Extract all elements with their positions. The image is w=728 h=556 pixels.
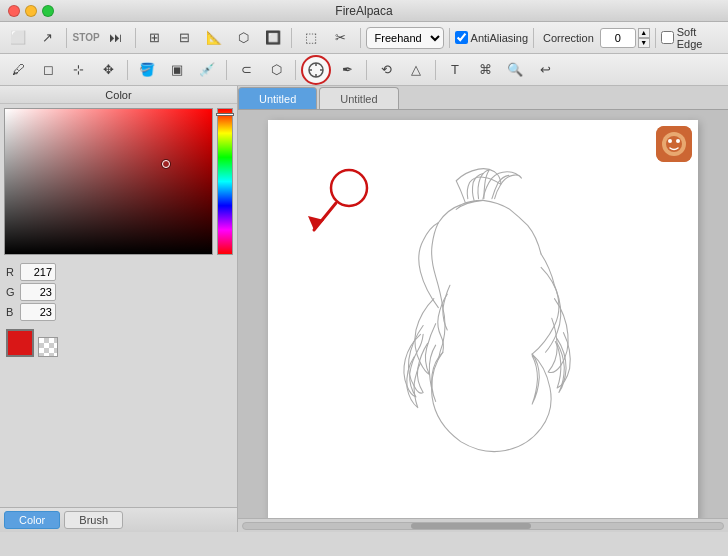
stop-button[interactable]: STOP bbox=[72, 25, 100, 51]
b-label: B bbox=[6, 306, 16, 318]
correction-down[interactable]: ▼ bbox=[638, 38, 650, 48]
color-gradient-picker[interactable] bbox=[4, 108, 213, 255]
app-title: FireAlpaca bbox=[335, 4, 392, 18]
r-label: R bbox=[6, 266, 16, 278]
eyedropper-tool[interactable]: 💉 bbox=[193, 57, 221, 83]
correction-label: Correction bbox=[543, 32, 594, 44]
sep6 bbox=[533, 28, 534, 48]
r-input[interactable]: 217 bbox=[20, 263, 56, 281]
color-sliders: R 217 G 23 B 23 bbox=[0, 259, 237, 325]
green-row: G 23 bbox=[6, 283, 231, 301]
brush-tab-button[interactable]: Brush bbox=[64, 511, 123, 529]
softedge-label: Soft Edge bbox=[677, 26, 724, 50]
canvas-drawing bbox=[268, 120, 698, 522]
hue-slider[interactable] bbox=[217, 108, 233, 255]
brush-tool[interactable]: 🖊 bbox=[4, 57, 32, 83]
sep2 bbox=[135, 28, 136, 48]
tb2-sep2 bbox=[226, 60, 227, 80]
main-area: Color R 217 G 23 B 23 bbox=[0, 86, 728, 532]
color-panel-title: Color bbox=[0, 86, 237, 104]
snap-button[interactable]: 🔲 bbox=[259, 25, 287, 51]
correction-input[interactable] bbox=[600, 28, 636, 48]
text-tool[interactable]: T bbox=[441, 57, 469, 83]
canvas-scroll-area[interactable] bbox=[238, 110, 728, 532]
maximize-button[interactable] bbox=[42, 5, 54, 17]
blue-row: B 23 bbox=[6, 303, 231, 321]
panel-spacer bbox=[0, 361, 237, 508]
sep4 bbox=[360, 28, 361, 48]
shape-tool[interactable]: △ bbox=[402, 57, 430, 83]
tb2-sep3 bbox=[295, 60, 296, 80]
vector-tool[interactable]: ⟲ bbox=[372, 57, 400, 83]
scrollbar-area bbox=[238, 518, 728, 532]
antialiasing-label: AntiAliasing bbox=[471, 32, 528, 44]
tb2-sep1 bbox=[127, 60, 128, 80]
sep3 bbox=[291, 28, 292, 48]
scrollbar-thumb[interactable] bbox=[411, 523, 531, 529]
tb2-sep4 bbox=[366, 60, 367, 80]
canvas-area: Untitled Untitled bbox=[238, 86, 728, 532]
red-row: R 217 bbox=[6, 263, 231, 281]
color-tab-button[interactable]: Color bbox=[4, 511, 60, 529]
open-button[interactable]: ↗ bbox=[34, 25, 62, 51]
tab-bar: Untitled Untitled bbox=[238, 86, 728, 110]
antialiasing-area: AntiAliasing bbox=[455, 31, 528, 44]
sep1 bbox=[66, 28, 67, 48]
canvas bbox=[268, 120, 698, 522]
toolbar2: 🖊 ◻ ⊹ ✥ 🪣 ▣ 💉 ⊂ ⬡ ✒ ⟲ △ T ⌘ 🔍 ↩ bbox=[0, 54, 728, 86]
hand-tool[interactable]: ↩ bbox=[531, 57, 559, 83]
softedge-area: Soft Edge bbox=[661, 26, 724, 50]
select-button[interactable]: ⬚ bbox=[297, 25, 325, 51]
color-area bbox=[0, 104, 237, 259]
sep5 bbox=[449, 28, 450, 48]
stabilizer-tool[interactable] bbox=[301, 55, 331, 85]
correction-spinner: ▲ ▼ bbox=[638, 28, 650, 48]
frame-button[interactable]: ⬡ bbox=[229, 25, 257, 51]
sep7 bbox=[655, 28, 656, 48]
toolbar1: ⬜ ↗ STOP ⏭ ⊞ ⊟ 📐 ⬡ 🔲 ⬚ ✂ Freehand AntiAl… bbox=[0, 22, 728, 54]
primary-color-swatch[interactable] bbox=[6, 329, 34, 357]
transform-button[interactable]: ✂ bbox=[327, 25, 355, 51]
select-tool[interactable]: ⊹ bbox=[64, 57, 92, 83]
eraser-tool[interactable]: ◻ bbox=[34, 57, 62, 83]
magic-select-tool[interactable]: ⬡ bbox=[262, 57, 290, 83]
pen-tool[interactable]: ✒ bbox=[333, 57, 361, 83]
stabilizer-icon bbox=[307, 61, 325, 79]
tab-untitled-1[interactable]: Untitled bbox=[238, 87, 317, 109]
antialiasing-checkbox[interactable] bbox=[455, 31, 468, 44]
secondary-color-swatch[interactable] bbox=[38, 337, 58, 357]
titlebar: FireAlpaca bbox=[0, 0, 728, 22]
tab-untitled-2[interactable]: Untitled bbox=[319, 87, 398, 109]
new-button[interactable]: ⬜ bbox=[4, 25, 32, 51]
grid-button[interactable]: ⊞ bbox=[141, 25, 169, 51]
correction-up[interactable]: ▲ bbox=[638, 28, 650, 38]
minimize-button[interactable] bbox=[25, 5, 37, 17]
hue-cursor bbox=[216, 113, 234, 116]
skip-button[interactable]: ⏭ bbox=[102, 25, 130, 51]
g-label: G bbox=[6, 286, 16, 298]
softedge-checkbox[interactable] bbox=[661, 31, 674, 44]
ruler-button[interactable]: 📐 bbox=[200, 25, 228, 51]
color-swatches bbox=[0, 325, 237, 361]
traffic-lights bbox=[8, 5, 54, 17]
g-input[interactable]: 23 bbox=[20, 283, 56, 301]
panel-bottom-tabs: Color Brush bbox=[0, 507, 237, 532]
b-input[interactable]: 23 bbox=[20, 303, 56, 321]
gradient-tool[interactable]: ▣ bbox=[163, 57, 191, 83]
grid2-button[interactable]: ⊟ bbox=[170, 25, 198, 51]
scrollbar-track[interactable] bbox=[242, 522, 724, 530]
tb2-sep5 bbox=[435, 60, 436, 80]
move-tool[interactable]: ✥ bbox=[94, 57, 122, 83]
left-panel: Color R 217 G 23 B 23 bbox=[0, 86, 238, 532]
fill-tool[interactable]: 🪣 bbox=[133, 57, 161, 83]
crop-tool[interactable]: ⌘ bbox=[471, 57, 499, 83]
close-button[interactable] bbox=[8, 5, 20, 17]
freehand-select[interactable]: Freehand bbox=[366, 27, 444, 49]
zoom-tool[interactable]: 🔍 bbox=[501, 57, 529, 83]
lasso-tool[interactable]: ⊂ bbox=[232, 57, 260, 83]
